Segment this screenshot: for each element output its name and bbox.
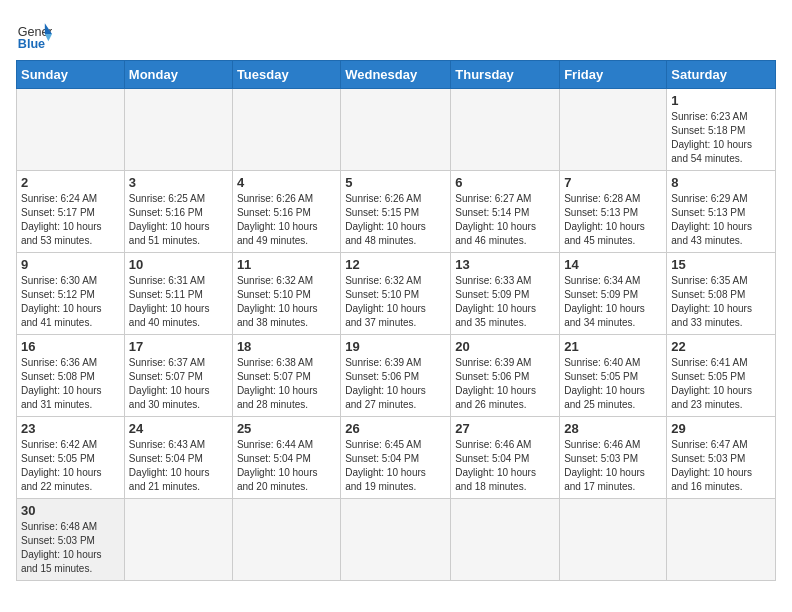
day-info: Sunrise: 6:48 AM Sunset: 5:03 PM Dayligh…: [21, 520, 120, 576]
day-info: Sunrise: 6:45 AM Sunset: 5:04 PM Dayligh…: [345, 438, 446, 494]
day-info: Sunrise: 6:25 AM Sunset: 5:16 PM Dayligh…: [129, 192, 228, 248]
day-cell: [560, 89, 667, 171]
day-cell: [341, 89, 451, 171]
day-number: 20: [455, 339, 555, 354]
day-info: Sunrise: 6:35 AM Sunset: 5:08 PM Dayligh…: [671, 274, 771, 330]
day-cell: 30Sunrise: 6:48 AM Sunset: 5:03 PM Dayli…: [17, 499, 125, 581]
day-info: Sunrise: 6:24 AM Sunset: 5:17 PM Dayligh…: [21, 192, 120, 248]
day-cell: [560, 499, 667, 581]
day-cell: 4Sunrise: 6:26 AM Sunset: 5:16 PM Daylig…: [232, 171, 340, 253]
day-number: 30: [21, 503, 120, 518]
week-row-1: 1Sunrise: 6:23 AM Sunset: 5:18 PM Daylig…: [17, 89, 776, 171]
day-cell: 21Sunrise: 6:40 AM Sunset: 5:05 PM Dayli…: [560, 335, 667, 417]
day-info: Sunrise: 6:42 AM Sunset: 5:05 PM Dayligh…: [21, 438, 120, 494]
day-cell: 26Sunrise: 6:45 AM Sunset: 5:04 PM Dayli…: [341, 417, 451, 499]
day-cell: 23Sunrise: 6:42 AM Sunset: 5:05 PM Dayli…: [17, 417, 125, 499]
day-cell: 24Sunrise: 6:43 AM Sunset: 5:04 PM Dayli…: [124, 417, 232, 499]
day-number: 26: [345, 421, 446, 436]
weekday-tuesday: Tuesday: [232, 61, 340, 89]
day-cell: 14Sunrise: 6:34 AM Sunset: 5:09 PM Dayli…: [560, 253, 667, 335]
day-number: 10: [129, 257, 228, 272]
day-number: 22: [671, 339, 771, 354]
day-number: 3: [129, 175, 228, 190]
day-cell: 5Sunrise: 6:26 AM Sunset: 5:15 PM Daylig…: [341, 171, 451, 253]
day-cell: [124, 499, 232, 581]
day-number: 2: [21, 175, 120, 190]
logo-icon: General Blue: [16, 16, 52, 52]
day-cell: [341, 499, 451, 581]
day-number: 24: [129, 421, 228, 436]
page-header: General Blue: [16, 16, 776, 52]
day-cell: 8Sunrise: 6:29 AM Sunset: 5:13 PM Daylig…: [667, 171, 776, 253]
day-number: 17: [129, 339, 228, 354]
day-cell: [451, 499, 560, 581]
day-cell: 28Sunrise: 6:46 AM Sunset: 5:03 PM Dayli…: [560, 417, 667, 499]
day-cell: 19Sunrise: 6:39 AM Sunset: 5:06 PM Dayli…: [341, 335, 451, 417]
day-info: Sunrise: 6:26 AM Sunset: 5:16 PM Dayligh…: [237, 192, 336, 248]
day-number: 14: [564, 257, 662, 272]
day-number: 7: [564, 175, 662, 190]
day-cell: [667, 499, 776, 581]
day-info: Sunrise: 6:39 AM Sunset: 5:06 PM Dayligh…: [455, 356, 555, 412]
day-number: 13: [455, 257, 555, 272]
day-cell: 17Sunrise: 6:37 AM Sunset: 5:07 PM Dayli…: [124, 335, 232, 417]
day-info: Sunrise: 6:41 AM Sunset: 5:05 PM Dayligh…: [671, 356, 771, 412]
day-number: 5: [345, 175, 446, 190]
day-info: Sunrise: 6:40 AM Sunset: 5:05 PM Dayligh…: [564, 356, 662, 412]
calendar-table: SundayMondayTuesdayWednesdayThursdayFrid…: [16, 60, 776, 581]
day-number: 1: [671, 93, 771, 108]
day-info: Sunrise: 6:36 AM Sunset: 5:08 PM Dayligh…: [21, 356, 120, 412]
day-cell: 13Sunrise: 6:33 AM Sunset: 5:09 PM Dayli…: [451, 253, 560, 335]
day-cell: 9Sunrise: 6:30 AM Sunset: 5:12 PM Daylig…: [17, 253, 125, 335]
day-number: 27: [455, 421, 555, 436]
day-cell: 2Sunrise: 6:24 AM Sunset: 5:17 PM Daylig…: [17, 171, 125, 253]
day-info: Sunrise: 6:32 AM Sunset: 5:10 PM Dayligh…: [237, 274, 336, 330]
week-row-5: 23Sunrise: 6:42 AM Sunset: 5:05 PM Dayli…: [17, 417, 776, 499]
day-number: 8: [671, 175, 771, 190]
week-row-4: 16Sunrise: 6:36 AM Sunset: 5:08 PM Dayli…: [17, 335, 776, 417]
day-cell: 16Sunrise: 6:36 AM Sunset: 5:08 PM Dayli…: [17, 335, 125, 417]
weekday-wednesday: Wednesday: [341, 61, 451, 89]
day-cell: 15Sunrise: 6:35 AM Sunset: 5:08 PM Dayli…: [667, 253, 776, 335]
day-cell: 6Sunrise: 6:27 AM Sunset: 5:14 PM Daylig…: [451, 171, 560, 253]
day-number: 16: [21, 339, 120, 354]
day-number: 19: [345, 339, 446, 354]
day-cell: [451, 89, 560, 171]
day-number: 15: [671, 257, 771, 272]
day-info: Sunrise: 6:46 AM Sunset: 5:03 PM Dayligh…: [564, 438, 662, 494]
day-cell: 22Sunrise: 6:41 AM Sunset: 5:05 PM Dayli…: [667, 335, 776, 417]
day-cell: [232, 499, 340, 581]
day-info: Sunrise: 6:31 AM Sunset: 5:11 PM Dayligh…: [129, 274, 228, 330]
day-number: 29: [671, 421, 771, 436]
day-number: 21: [564, 339, 662, 354]
weekday-header-row: SundayMondayTuesdayWednesdayThursdayFrid…: [17, 61, 776, 89]
day-info: Sunrise: 6:39 AM Sunset: 5:06 PM Dayligh…: [345, 356, 446, 412]
day-cell: 3Sunrise: 6:25 AM Sunset: 5:16 PM Daylig…: [124, 171, 232, 253]
weekday-sunday: Sunday: [17, 61, 125, 89]
day-info: Sunrise: 6:46 AM Sunset: 5:04 PM Dayligh…: [455, 438, 555, 494]
day-number: 23: [21, 421, 120, 436]
weekday-friday: Friday: [560, 61, 667, 89]
week-row-3: 9Sunrise: 6:30 AM Sunset: 5:12 PM Daylig…: [17, 253, 776, 335]
day-info: Sunrise: 6:43 AM Sunset: 5:04 PM Dayligh…: [129, 438, 228, 494]
week-row-6: 30Sunrise: 6:48 AM Sunset: 5:03 PM Dayli…: [17, 499, 776, 581]
day-info: Sunrise: 6:27 AM Sunset: 5:14 PM Dayligh…: [455, 192, 555, 248]
day-cell: 18Sunrise: 6:38 AM Sunset: 5:07 PM Dayli…: [232, 335, 340, 417]
day-number: 6: [455, 175, 555, 190]
day-cell: 1Sunrise: 6:23 AM Sunset: 5:18 PM Daylig…: [667, 89, 776, 171]
day-cell: [232, 89, 340, 171]
day-number: 9: [21, 257, 120, 272]
day-number: 12: [345, 257, 446, 272]
day-cell: 25Sunrise: 6:44 AM Sunset: 5:04 PM Dayli…: [232, 417, 340, 499]
day-info: Sunrise: 6:38 AM Sunset: 5:07 PM Dayligh…: [237, 356, 336, 412]
week-row-2: 2Sunrise: 6:24 AM Sunset: 5:17 PM Daylig…: [17, 171, 776, 253]
day-info: Sunrise: 6:44 AM Sunset: 5:04 PM Dayligh…: [237, 438, 336, 494]
day-number: 25: [237, 421, 336, 436]
day-info: Sunrise: 6:32 AM Sunset: 5:10 PM Dayligh…: [345, 274, 446, 330]
day-info: Sunrise: 6:33 AM Sunset: 5:09 PM Dayligh…: [455, 274, 555, 330]
day-info: Sunrise: 6:34 AM Sunset: 5:09 PM Dayligh…: [564, 274, 662, 330]
day-cell: 20Sunrise: 6:39 AM Sunset: 5:06 PM Dayli…: [451, 335, 560, 417]
day-info: Sunrise: 6:37 AM Sunset: 5:07 PM Dayligh…: [129, 356, 228, 412]
day-number: 4: [237, 175, 336, 190]
day-cell: 10Sunrise: 6:31 AM Sunset: 5:11 PM Dayli…: [124, 253, 232, 335]
